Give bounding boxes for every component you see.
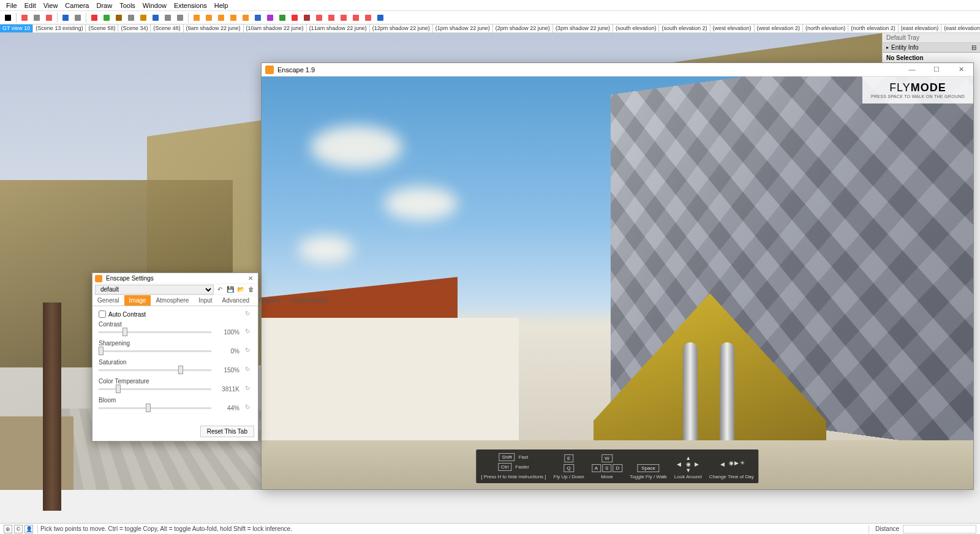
enscape-live-icon[interactable] <box>203 12 214 23</box>
close-button[interactable]: ✕ <box>952 66 970 73</box>
eraser-icon[interactable] <box>19 12 30 23</box>
line-icon[interactable] <box>31 12 42 23</box>
scene-tab[interactable]: (12pm shadow 22 june) <box>370 24 433 32</box>
reset-icon[interactable]: ↻ <box>243 310 252 318</box>
enscape-pano-icon[interactable] <box>314 12 325 23</box>
enscape-feedback-icon[interactable] <box>363 12 374 23</box>
scene-tab[interactable]: GT view 10 <box>0 24 33 32</box>
tray-section-entity-info[interactable]: ▸ Entity Info ⊟ <box>883 43 980 53</box>
menu-file[interactable]: File <box>2 1 21 10</box>
auto-contrast-checkbox[interactable] <box>99 310 106 318</box>
tray-header[interactable]: Default Tray <box>883 33 980 43</box>
settings-tab-capture[interactable]: Capture <box>254 295 286 306</box>
saturation-slider[interactable] <box>99 369 211 371</box>
contrast-slider[interactable] <box>99 331 211 333</box>
bloom-slider[interactable] <box>99 407 211 409</box>
settings-tab-advanced[interactable]: Advanced <box>217 295 254 306</box>
menu-edit[interactable]: Edit <box>21 1 40 10</box>
maximize-button[interactable]: ☐ <box>928 66 945 73</box>
scene-tab[interactable]: (11am shadow 22 june) <box>307 24 370 32</box>
colortemp-slider[interactable] <box>99 388 211 390</box>
enscape-viewport[interactable]: FLYMODE PRESS SPACE TO WALK ON THE GROUN… <box>262 77 973 489</box>
credits-icon[interactable]: © <box>14 525 23 533</box>
pan-icon[interactable] <box>162 12 173 23</box>
reset-tab-button[interactable]: Reset This Tab <box>200 426 254 437</box>
menu-window[interactable]: Window <box>139 1 170 10</box>
enscape-exe-icon[interactable] <box>326 12 337 23</box>
enscape-titlebar[interactable]: Enscape 1.9 — ☐ ✕ <box>262 63 973 77</box>
geolocation-icon[interactable]: ⊕ <box>4 525 12 533</box>
revert-icon[interactable]: ↶ <box>216 285 224 294</box>
enscape-upload-icon[interactable] <box>338 12 349 23</box>
scene-tab[interactable]: (2pm shadow 22 june) <box>493 24 553 32</box>
preset-select[interactable]: default <box>95 285 214 295</box>
scene-tab[interactable]: (9am shadow 22 june) <box>184 24 244 32</box>
menu-help[interactable]: Help <box>211 1 232 10</box>
scene-tab[interactable]: (south elevation 2) <box>659 24 710 32</box>
scene-tab[interactable]: (north elevation) <box>803 24 848 32</box>
key-q: Q <box>564 464 574 472</box>
menu-camera[interactable]: Camera <box>61 1 92 10</box>
enscape-batch-icon[interactable] <box>277 12 288 23</box>
pin-icon[interactable]: ⊟ <box>971 44 976 51</box>
enscape-help-icon[interactable] <box>375 12 386 23</box>
settings-tab-general[interactable]: General <box>92 295 124 306</box>
reset-icon[interactable]: ↻ <box>243 328 252 336</box>
scale-icon[interactable] <box>113 12 124 23</box>
scene-tab[interactable]: (west elevation) <box>710 24 755 32</box>
settings-tab-input[interactable]: Input <box>194 295 217 306</box>
enscape-play-icon[interactable] <box>191 12 202 23</box>
menu-draw[interactable]: Draw <box>92 1 116 10</box>
enscape-views-icon[interactable] <box>228 12 239 23</box>
reset-icon[interactable]: ↻ <box>243 385 252 393</box>
sharpening-slider[interactable] <box>99 350 211 352</box>
select-icon[interactable] <box>2 12 13 23</box>
save-icon[interactable]: 💾 <box>226 285 235 294</box>
scene-tab[interactable]: (3pm shadow 22 june) <box>553 24 613 32</box>
pushpull-icon[interactable] <box>72 12 83 23</box>
scene-tab[interactable]: (Scene 58) <box>86 24 118 32</box>
scene-tab[interactable]: (Scene 34) <box>118 24 151 32</box>
menu-tools[interactable]: Tools <box>116 1 139 10</box>
orbit-icon[interactable] <box>150 12 161 23</box>
scene-tab[interactable]: (east elevation) <box>899 24 942 32</box>
move-icon[interactable] <box>89 12 100 23</box>
scene-tab[interactable]: (Scene 13 existing) <box>33 24 86 32</box>
tape-icon[interactable] <box>126 12 137 23</box>
paint-icon[interactable] <box>138 12 149 23</box>
settings-tab-atmosphere[interactable]: Atmosphere <box>151 295 194 306</box>
reset-icon[interactable]: ↻ <box>243 366 252 374</box>
zoom-icon[interactable] <box>175 12 186 23</box>
measurement-field[interactable] <box>903 525 976 533</box>
enscape-settings-icon[interactable] <box>240 12 251 23</box>
settings-tab-image[interactable]: Image <box>124 295 151 306</box>
settings-tab-customization[interactable]: Customization <box>286 295 334 306</box>
enscape-video-icon[interactable] <box>301 12 312 23</box>
scene-tab[interactable]: (south elevation) <box>613 24 660 32</box>
settings-titlebar[interactable]: Enscape Settings ✕ <box>92 273 258 284</box>
enscape-mono-icon[interactable] <box>289 12 300 23</box>
open-icon[interactable]: 📂 <box>236 285 245 294</box>
rotate-icon[interactable] <box>101 12 112 23</box>
enscape-about-icon[interactable] <box>350 12 361 23</box>
rect-icon[interactable] <box>60 12 71 23</box>
scene-tab[interactable]: (east elevation 2) <box>941 24 980 32</box>
shape-icon[interactable] <box>43 12 55 23</box>
scene-tab[interactable]: (north elevation 2) <box>848 24 899 32</box>
claim-icon[interactable]: 👤 <box>24 525 33 533</box>
scene-tab[interactable]: (Scene 48) <box>151 24 183 32</box>
minimize-button[interactable]: — <box>903 66 921 73</box>
reset-icon[interactable]: ↻ <box>243 347 252 355</box>
enscape-capture-icon[interactable] <box>265 12 276 23</box>
menu-extensions[interactable]: Extensions <box>170 1 211 10</box>
scene-tab[interactable]: (west elevation 2) <box>755 24 804 32</box>
close-button[interactable]: ✕ <box>246 275 255 282</box>
enscape-sync-icon[interactable] <box>216 12 227 23</box>
scene-tab[interactable]: (10am shadow 22 june) <box>244 24 307 32</box>
enscape-vr-icon[interactable] <box>252 12 263 23</box>
navigation-help: ShiftFastCtrlFaster[ Press H to hide ins… <box>476 449 758 483</box>
scene-tab[interactable]: (1pm shadow 22 june) <box>433 24 493 32</box>
menu-view[interactable]: View <box>40 1 62 10</box>
reset-icon[interactable]: ↻ <box>243 404 252 412</box>
delete-icon[interactable]: 🗑 <box>247 285 255 294</box>
